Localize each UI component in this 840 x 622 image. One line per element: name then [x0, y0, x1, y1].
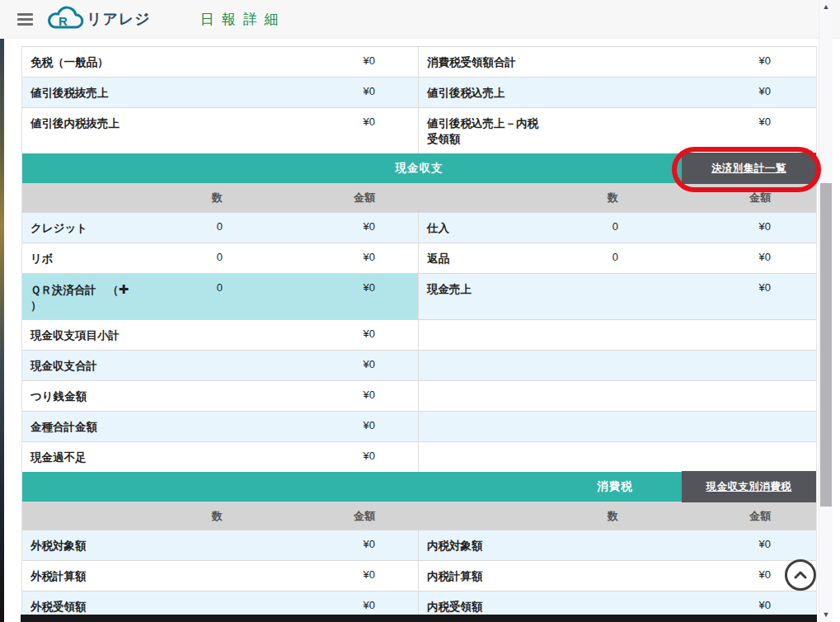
column-header-row: 数 金額 数 金額: [22, 183, 816, 212]
daily-report-detail-screen: R リアレジ 日報詳細 免税（一般品） ¥0 消費税受領額合計 ¥0 値引後税抜…: [0, 0, 840, 622]
cash-section-header: 現金収支 決済別集計一覧: [22, 153, 816, 183]
column-header-row: 数 金額 数 金額: [22, 502, 816, 530]
row-label: 仕入: [419, 213, 569, 236]
col-header-count: 数: [171, 183, 265, 205]
row-count: 0: [569, 213, 664, 233]
row-label: 内税計算額: [419, 561, 664, 584]
row-count: 0: [171, 274, 265, 294]
table-row: 外税計算額 ¥0 内税計算額 ¥0: [22, 560, 816, 591]
table-row: 免税（一般品） ¥0 消費税受領額合計 ¥0: [22, 46, 816, 77]
row-amount: ¥0: [664, 47, 816, 67]
row-amount: ¥0: [265, 78, 418, 97]
table-row: 金種合計金額 ¥0: [22, 411, 816, 441]
row-amount: ¥0: [265, 591, 418, 611]
row-label: 返品: [419, 243, 569, 266]
app-logo: R リアレジ: [46, 5, 151, 33]
table-row: 値引後税抜売上 ¥0 値引後税込売上 ¥0: [22, 77, 816, 107]
row-amount: ¥0: [664, 530, 816, 550]
scrollbar-up-arrow-icon[interactable]: ▲: [819, 1, 833, 12]
row-count: 0: [171, 243, 265, 263]
row-label: 内税受領額: [419, 591, 664, 615]
row-label: 現金売上: [419, 274, 664, 297]
row-label: 値引後税込売上－内税 受領額: [419, 108, 664, 147]
row-label: 消費税受領額合計: [419, 47, 664, 70]
row-label: 金種合計金額: [22, 412, 265, 435]
row-label: 値引後税込売上: [419, 78, 664, 101]
row-label: ＱＲ決済合計 （✚）: [22, 274, 171, 313]
chevron-up-icon: [794, 571, 807, 579]
expand-plus-icon[interactable]: ✚: [119, 282, 129, 296]
row-amount: ¥0: [265, 381, 418, 401]
row-amount: ¥0: [265, 530, 418, 550]
row-label: 外税対象額: [22, 530, 265, 554]
row-label: 現金収支合計: [22, 351, 265, 374]
col-header-amount: 金額: [664, 502, 816, 524]
section-title: 現金収支: [396, 161, 443, 176]
cash-flow-tax-button[interactable]: 現金収支別消費税: [682, 471, 816, 502]
row-amount: ¥0: [265, 442, 418, 462]
row-count: 0: [569, 243, 664, 263]
qr-payments-row: ＱＲ決済合計 （✚） 0 ¥0 現金売上 ¥0: [22, 273, 816, 319]
scrollbar-thumb[interactable]: [820, 183, 832, 507]
row-label: 外税受領額: [22, 591, 265, 615]
row-amount: ¥0: [265, 243, 418, 263]
scrollbar-down-arrow-icon[interactable]: ▼: [819, 609, 833, 620]
row-label: 値引後内税抜売上: [22, 108, 265, 131]
top-bar: R リアレジ 日報詳細: [0, 0, 840, 39]
row-count: 0: [171, 213, 265, 233]
cloud-logo-icon: R: [46, 5, 84, 33]
col-header-amount: 金額: [265, 502, 418, 524]
row-amount: ¥0: [265, 412, 418, 431]
row-amount: ¥0: [664, 213, 816, 233]
row-amount: ¥0: [265, 320, 418, 340]
row-amount: ¥0: [664, 108, 816, 128]
scroll-to-top-button[interactable]: [785, 559, 816, 591]
table-row: 現金過不足 ¥0: [22, 441, 816, 472]
tax-section-header: 消費税 現金収支別消費税: [22, 472, 816, 502]
logo-letter: R: [59, 14, 68, 28]
row-label: クレジット: [22, 213, 171, 236]
vertical-scrollbar[interactable]: ▲ ▼: [819, 0, 833, 622]
col-header-amount: 金額: [265, 183, 418, 205]
row-amount: ¥0: [265, 213, 418, 233]
row-label: つり銭金額: [22, 381, 265, 404]
row-amount: ¥0: [664, 78, 816, 97]
table-row: 値引後内税抜売上 ¥0 値引後税込売上－内税 受領額 ¥0: [22, 107, 816, 153]
row-amount: ¥0: [664, 243, 816, 263]
report-table: 免税（一般品） ¥0 消費税受領額合計 ¥0 値引後税抜売上 ¥0 値引後税込売…: [21, 46, 817, 621]
row-label: リボ: [22, 243, 171, 266]
col-header-amount: 金額: [664, 183, 816, 205]
row-amount: ¥0: [664, 274, 816, 294]
row-amount: ¥0: [265, 351, 418, 370]
row-label: 現金収支項目小計: [22, 320, 265, 343]
row-label: 値引後税抜売上: [22, 78, 265, 101]
row-amount: ¥0: [265, 47, 418, 67]
table-row: クレジット 0 ¥0 仕入 0 ¥0: [22, 212, 816, 243]
table-row: つり銭金額 ¥0: [22, 380, 816, 411]
table-row: 外税対象額 ¥0 内税対象額 ¥0: [22, 530, 816, 560]
brand-name: リアレジ: [87, 9, 151, 29]
row-amount: ¥0: [265, 561, 418, 581]
row-amount: ¥0: [664, 591, 816, 611]
col-header-count: 数: [569, 502, 664, 524]
row-amount: ¥0: [265, 108, 418, 128]
hamburger-menu-icon[interactable]: [17, 13, 33, 26]
background-wallpaper-sliver: [0, 39, 4, 622]
table-row: 現金収支合計 ¥0: [22, 350, 816, 380]
payment-summary-list-button[interactable]: 決済別集計一覧: [682, 153, 816, 184]
page-title: 日報詳細: [200, 10, 286, 29]
col-header-count: 数: [569, 183, 664, 205]
row-label: 免税（一般品）: [22, 47, 265, 70]
table-row: 現金収支項目小計 ¥0: [22, 319, 816, 350]
table-row: リボ 0 ¥0 返品 0 ¥0: [22, 243, 816, 273]
section-title: 消費税: [597, 479, 633, 494]
row-label: 内税対象額: [419, 530, 664, 554]
col-header-count: 数: [171, 502, 265, 524]
row-label: 現金過不足: [22, 442, 265, 465]
row-label: 外税計算額: [22, 561, 265, 584]
background-bottom-strip: [21, 615, 817, 622]
row-amount: ¥0: [265, 274, 418, 294]
